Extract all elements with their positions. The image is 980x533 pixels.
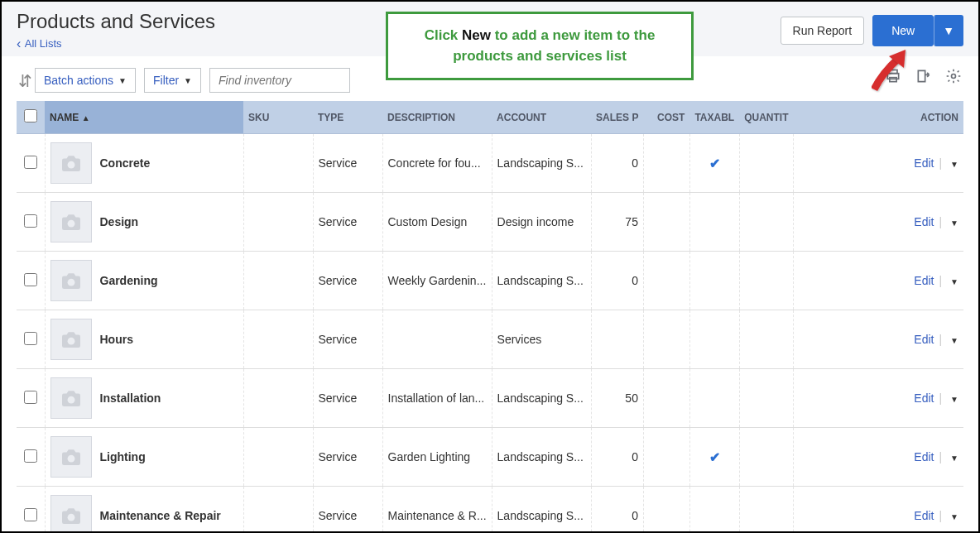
table-row: Maintenance & RepairServiceMaintenance &… [17,487,963,534]
col-header-sku[interactable]: SKU [243,101,313,134]
row-action-dropdown[interactable]: ▼ [950,454,958,463]
cell-quantity [739,252,793,310]
cell-sku [243,487,313,534]
run-report-button[interactable]: Run Report [781,17,865,45]
edit-link[interactable]: Edit [914,391,934,405]
edit-link[interactable]: Edit [914,509,934,522]
back-link-all-lists[interactable]: All Lists [17,36,215,51]
svg-point-10 [67,514,74,521]
filter-dropdown[interactable]: Filter▼ [144,68,201,93]
gear-icon[interactable] [945,68,962,89]
cell-type: Service [313,487,382,534]
item-image-icon [50,377,92,419]
row-action-dropdown[interactable]: ▼ [950,336,958,345]
select-all-checkbox[interactable] [24,109,37,122]
item-name: Concrete [100,156,151,170]
cell-quantity [739,428,793,487]
cell-cost [643,252,689,310]
cell-taxable [689,310,739,369]
svg-point-8 [67,396,74,404]
col-header-type[interactable]: TYPE [313,101,382,134]
cell-description: Concrete for fou... [382,134,492,193]
edit-link[interactable]: Edit [914,333,934,346]
check-icon: ✔ [709,156,720,170]
row-action-dropdown[interactable]: ▼ [950,160,958,169]
batch-actions-dropdown[interactable]: Batch actions▼ [35,68,136,93]
row-action-dropdown[interactable]: ▼ [950,512,958,521]
row-action-separator: | [939,156,942,170]
cell-account: Landscaping S... [492,369,591,428]
table-row: InstallationServiceInstallation of lan..… [17,369,963,428]
cell-account: Landscaping S... [492,252,591,310]
col-header-cost[interactable]: COST [643,101,689,134]
row-action-dropdown[interactable]: ▼ [950,395,958,404]
export-icon[interactable] [915,68,932,89]
row-checkbox[interactable] [24,156,37,169]
table-row: DesignServiceCustom DesignDesign income7… [17,193,963,252]
item-name: Gardening [100,274,158,287]
cell-description: Weekly Gardenin... [382,252,492,310]
item-name: Design [100,215,139,228]
edit-link[interactable]: Edit [914,450,934,463]
row-action-dropdown[interactable]: ▼ [950,218,958,228]
new-button-dropdown[interactable]: ▼ [934,15,963,46]
table-row: GardeningServiceWeekly Gardenin...Landsc… [17,252,963,310]
item-name: Installation [100,391,161,405]
table-row: LightingServiceGarden LightingLandscapin… [17,428,963,487]
col-header-taxable[interactable]: TAXABL [689,101,739,134]
row-checkbox[interactable] [24,214,37,228]
collapse-sort-icon[interactable]: ⇵ [18,71,32,91]
cell-type: Service [313,193,382,252]
col-header-account[interactable]: ACCOUNT [492,101,591,134]
col-header-name[interactable]: NAME ▲ [45,101,243,134]
check-icon: ✔ [709,450,720,464]
cell-quantity [739,310,793,369]
row-action-separator: | [939,333,942,346]
col-header-sales-price[interactable]: SALES P [591,101,643,134]
cell-taxable [689,193,739,252]
cell-sku [243,428,313,487]
item-image-icon [50,142,92,184]
cell-cost [643,369,689,428]
cell-sku [243,369,313,428]
cell-type: Service [313,252,382,310]
cell-quantity [739,193,793,252]
cell-sales-price: 0 [591,134,643,193]
cell-cost [643,193,689,252]
cell-sales-price: 75 [591,193,643,252]
edit-link[interactable]: Edit [914,156,934,170]
item-name: Maintenance & Repair [100,509,221,522]
row-checkbox[interactable] [24,391,37,404]
cell-taxable: ✔ [689,428,739,487]
print-icon[interactable] [884,68,902,89]
table-row: HoursServiceServicesEdit|▼ [17,310,963,369]
svg-point-7 [67,338,74,345]
edit-link[interactable]: Edit [914,274,934,287]
row-checkbox[interactable] [24,508,37,521]
cell-account: Landscaping S... [492,134,591,193]
cell-sales-price: 50 [591,369,643,428]
col-header-quantity[interactable]: QUANTIT [739,101,793,134]
row-checkbox[interactable] [24,273,37,286]
cell-account: Design income [492,193,591,252]
col-header-description[interactable]: DESCRIPTION [382,101,492,134]
row-checkbox[interactable] [24,332,37,345]
search-input[interactable] [209,68,350,93]
row-action-dropdown[interactable]: ▼ [950,277,958,286]
item-image-icon [50,495,92,533]
new-button[interactable]: New [872,15,934,46]
cell-taxable [689,369,739,428]
item-name: Lighting [100,450,146,463]
item-image-icon [50,319,92,360]
cell-sku [243,252,313,310]
item-image-icon [50,260,92,301]
cell-cost [643,487,689,534]
row-action-separator: | [939,391,942,405]
col-header-action: ACTION [794,101,963,134]
item-image-icon [50,201,92,242]
cell-description: Maintenance & R... [382,487,492,534]
row-action-separator: | [939,450,942,463]
row-action-separator: | [939,274,942,287]
row-checkbox[interactable] [24,449,37,463]
edit-link[interactable]: Edit [914,215,934,228]
